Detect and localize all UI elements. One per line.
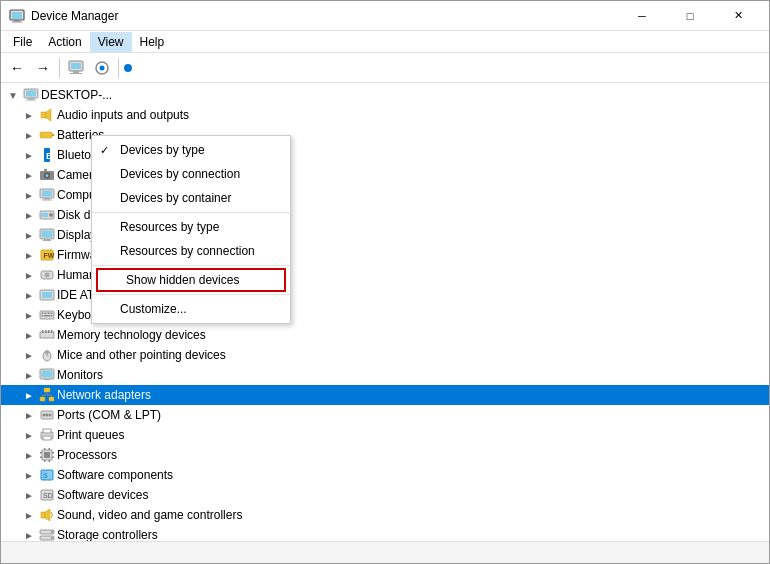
disk-icon <box>39 207 55 223</box>
properties-button[interactable] <box>64 56 88 80</box>
svg-rect-47 <box>44 315 50 317</box>
tree-root[interactable]: ▼ DESKTOP-... <box>1 85 769 105</box>
svg-point-68 <box>43 414 46 417</box>
menu-action[interactable]: Action <box>40 32 89 52</box>
expand-monitors[interactable]: ► <box>21 367 37 383</box>
item-label: Software devices <box>57 488 148 502</box>
expand-mice[interactable]: ► <box>21 347 37 363</box>
memory-icon <box>39 327 55 343</box>
menu-help[interactable]: Help <box>132 32 173 52</box>
svg-rect-58 <box>42 371 53 378</box>
keyboards-icon <box>39 307 55 323</box>
expand-ide[interactable]: ► <box>21 287 37 303</box>
update-button[interactable] <box>90 56 114 80</box>
batteries-icon <box>39 127 55 143</box>
list-item[interactable]: ► Print queues <box>1 425 769 445</box>
menu-customize[interactable]: Customize... <box>92 297 290 321</box>
svg-rect-25 <box>42 191 52 197</box>
svg-text:FW: FW <box>44 252 55 259</box>
svg-rect-43 <box>45 313 47 315</box>
expand-ports[interactable]: ► <box>21 407 37 423</box>
expand-print[interactable]: ► <box>21 427 37 443</box>
list-item[interactable]: ► S Software components <box>1 465 769 485</box>
menu-devices-by-connection[interactable]: Devices by connection <box>92 162 290 186</box>
expand-cameras[interactable]: ► <box>21 167 37 183</box>
list-item-network[interactable]: ► Network adapters <box>1 385 769 405</box>
svg-rect-7 <box>70 73 82 74</box>
menu-show-hidden[interactable]: Show hidden devices <box>96 268 286 292</box>
bluetooth-icon: B <box>39 147 55 163</box>
list-item[interactable]: ► Processors <box>1 445 769 465</box>
expand-root[interactable]: ▼ <box>5 87 21 103</box>
expand-keyboards[interactable]: ► <box>21 307 37 323</box>
firmware-icon: FW <box>39 247 55 263</box>
expand-memory[interactable]: ► <box>21 327 37 343</box>
svg-rect-53 <box>51 330 53 333</box>
expand-bluetooth[interactable]: ► <box>21 147 37 163</box>
forward-button[interactable]: → <box>31 56 55 80</box>
expand-software-comp[interactable]: ► <box>21 467 37 483</box>
item-label: Print queues <box>57 428 124 442</box>
expand-storage[interactable]: ► <box>21 527 37 541</box>
maximize-button[interactable]: □ <box>667 1 713 31</box>
list-item[interactable]: ► Storage controllers <box>1 525 769 541</box>
svg-text:B: B <box>46 151 53 161</box>
expand-display[interactable]: ► <box>21 227 37 243</box>
svg-rect-23 <box>44 169 47 171</box>
expand-hid[interactable]: ► <box>21 267 37 283</box>
svg-rect-51 <box>45 330 47 333</box>
svg-rect-83 <box>52 457 54 459</box>
svg-point-38 <box>45 273 50 278</box>
menu-devices-by-container[interactable]: Devices by container <box>92 186 290 210</box>
svg-rect-77 <box>49 448 51 450</box>
menu-bar: File Action View Help <box>1 31 769 53</box>
menu-resources-by-connection[interactable]: Resources by connection <box>92 239 290 263</box>
title-bar: Device Manager ─ □ ✕ <box>1 1 769 31</box>
close-button[interactable]: ✕ <box>715 1 761 31</box>
expand-software-dev[interactable]: ► <box>21 487 37 503</box>
list-item[interactable]: ► Monitors <box>1 365 769 385</box>
svg-rect-6 <box>73 71 79 73</box>
menu-view[interactable]: View <box>90 32 132 52</box>
list-item[interactable]: ► Memory technology devices <box>1 325 769 345</box>
expand-firmware[interactable]: ► <box>21 247 37 263</box>
expand-computer[interactable]: ► <box>21 187 37 203</box>
svg-rect-73 <box>43 436 51 440</box>
item-label: Ports (COM & LPT) <box>57 408 161 422</box>
menu-file[interactable]: File <box>5 32 40 52</box>
list-item[interactable]: ► Audio inputs and outputs <box>1 105 769 125</box>
root-label: DESKTOP-... <box>41 88 112 102</box>
window-title: Device Manager <box>31 9 619 23</box>
main-content: ▼ DESKTOP-... ► Audio inputs and <box>1 83 769 541</box>
menu-devices-by-type[interactable]: ✓ Devices by type <box>92 138 290 162</box>
list-item[interactable]: ► Ports (COM & LPT) <box>1 405 769 425</box>
svg-point-56 <box>45 351 49 354</box>
computer-icon <box>23 87 39 103</box>
mice-icon <box>39 347 55 363</box>
list-item[interactable]: ► Mice and other pointing devices <box>1 345 769 365</box>
svg-point-70 <box>49 414 52 417</box>
minimize-button[interactable]: ─ <box>619 1 665 31</box>
title-bar-controls: ─ □ ✕ <box>619 1 761 31</box>
expand-disk[interactable]: ► <box>21 207 37 223</box>
status-bar <box>1 541 769 563</box>
expand-processors[interactable]: ► <box>21 447 37 463</box>
list-item[interactable]: ► SD Software devices <box>1 485 769 505</box>
expand-audio[interactable]: ► <box>21 107 37 123</box>
checkmark-resources-by-connection <box>100 245 116 257</box>
item-label: Storage controllers <box>57 528 158 541</box>
list-item[interactable]: ► Sound, video and game controllers <box>1 505 769 525</box>
svg-rect-26 <box>44 198 50 200</box>
expand-sound[interactable]: ► <box>21 507 37 523</box>
svg-rect-78 <box>44 460 46 462</box>
back-button[interactable]: ← <box>5 56 29 80</box>
menu-resources-by-type[interactable]: Resources by type <box>92 215 290 239</box>
checkmark-devices-by-type: ✓ <box>100 144 116 157</box>
expand-batteries[interactable]: ► <box>21 127 37 143</box>
svg-rect-16 <box>40 132 52 138</box>
checkmark-customize <box>100 303 116 315</box>
expand-network[interactable]: ► <box>21 387 37 403</box>
sound-icon <box>39 507 55 523</box>
item-label: Network adapters <box>57 388 151 402</box>
svg-rect-27 <box>42 200 52 201</box>
